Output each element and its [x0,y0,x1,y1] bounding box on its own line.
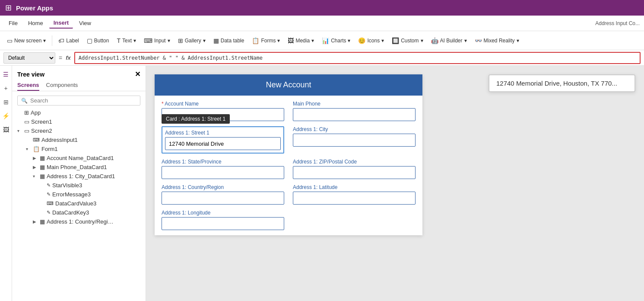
errormessage3-icon: ✎ [47,192,51,197]
sidebar-icon-add[interactable]: + [1,83,11,93]
data-table-button[interactable]: ▦ Data table [210,35,248,46]
tree-item-screen1[interactable]: ▭ Screen1 [12,117,146,126]
label-label: Label [66,38,79,44]
field-address-lon-input[interactable] [162,217,284,230]
field-main-phone-input[interactable] [293,108,416,121]
tree-item-address-country-datacard[interactable]: ▶ ▦ Address 1: Country/Region_DataCar... [12,217,146,226]
separator-1 [52,35,52,46]
field-address-lat-input[interactable] [293,192,416,205]
tree-item-app[interactable]: ⊞ App [12,108,146,117]
button-label: Button [94,38,109,44]
account-datacard-icon: ▦ [40,155,45,161]
field-address-lon: Address 1: Longitude [162,210,284,230]
app-node-label: App [31,109,140,116]
field-address-city-input[interactable] [293,134,416,147]
street-card-selected[interactable]: Address 1: Street 1 [162,126,284,154]
gallery-dropdown-icon: ▾ [203,38,206,44]
menu-insert[interactable]: Insert [49,18,73,29]
ai-builder-dropdown-icon: ▾ [464,38,467,44]
field-address-country-input[interactable] [162,192,284,205]
form-header: New Account [155,74,422,96]
gallery-button[interactable]: ⊞ Gallery ▾ [174,35,209,46]
screen2-node-icon: ▭ [24,128,29,134]
field-address-state: Address 1: State/Province [162,159,284,179]
card-tooltip: Card : Address 1: Street 1 [162,114,230,124]
mixed-reality-button[interactable]: 👓 Mixed Reality ▾ [471,35,523,46]
tree-item-addressinput1[interactable]: ⌨ AddressInput1 [12,135,146,144]
app-grid-icon[interactable]: ⊞ [5,3,12,13]
country-datacard-icon: ▦ [40,218,45,225]
input-dropdown-icon: ▾ [168,38,170,44]
field-address-zip: Address 1: ZIP/Postal Code [293,159,416,179]
sidebar-icon-media[interactable]: 🖼 [1,125,11,135]
custom-button[interactable]: 🔲 Custom ▾ [388,35,426,46]
screen2-node-label: Screen2 [31,128,140,134]
form-canvas: New Account Account Name Main Phone Card… [155,74,422,235]
text-label: Text [122,38,132,44]
city-datacard-label: Address 1: City_DataCard1 [47,173,140,179]
input-icon: ⌨ [144,37,152,44]
field-main-phone-label: Main Phone [293,101,416,107]
tab-screens[interactable]: Screens [17,80,39,91]
tree-item-starvisible3[interactable]: ✎ StarVisible3 [12,181,146,190]
mixed-reality-label: Mixed Reality [484,38,515,44]
label-button[interactable]: 🏷 Label [55,35,82,46]
tree-item-form1[interactable]: ▾ 📋 Form1 [12,144,146,154]
sidebar-icons: ☰ + ⊞ ⚡ 🖼 [0,66,12,301]
tab-components[interactable]: Components [46,80,78,91]
menu-view[interactable]: View [75,18,95,28]
errormessage3-label: ErrorMessage3 [52,191,140,198]
new-screen-label: New screen [14,38,41,44]
charts-button[interactable]: 📊 Charts ▾ [318,35,354,46]
ai-builder-label: AI Builder [440,38,463,44]
field-address-state-input[interactable] [162,166,284,179]
tree-item-main-phone-datacard[interactable]: ▶ ▦ Main Phone_DataCard1 [12,163,146,172]
datacardkey3-label: DataCardKey3 [52,209,140,216]
tree-header: Tree view ✕ [12,66,146,80]
property-dropdown[interactable]: Default [3,52,55,64]
field-address-street-input[interactable] [165,137,281,150]
expand-icon: ▶ [33,219,38,224]
media-label: Media [295,38,310,44]
menu-home[interactable]: Home [24,18,48,28]
tree-item-datacardkey3[interactable]: ✎ DataCardKey3 [12,208,146,217]
ai-builder-icon: 🤖 [431,37,438,44]
preview-box: 12740 Memorial Drive, Houston, TX 770... [489,74,635,92]
custom-dropdown-icon: ▾ [421,38,423,44]
input-button[interactable]: ⌨ Input ▾ [140,35,174,46]
sidebar-icon-variables[interactable]: ⚡ [1,111,11,121]
formula-bar: Default = fx [0,50,644,66]
gallery-icon: ⊞ [178,37,183,44]
screen1-node-label: Screen1 [31,118,140,125]
sidebar-icon-data[interactable]: ⊞ [1,97,11,107]
tree-search-box: 🔍 [17,96,140,106]
main-phone-datacard-label: Main Phone_DataCard1 [47,164,140,170]
tree-item-datacardvalue3[interactable]: ⌨ DataCardValue3 [12,199,146,208]
ai-builder-button[interactable]: 🤖 AI Builder ▾ [428,35,470,46]
new-screen-button[interactable]: ▭ New screen ▾ [3,35,49,46]
data-table-label: Data table [221,38,244,44]
menu-file[interactable]: File [4,18,22,28]
field-address-lon-label: Address 1: Longitude [162,210,284,216]
icons-button[interactable]: 😊 Icons ▾ [355,35,387,46]
button-button[interactable]: ▢ Button [83,35,113,46]
media-button[interactable]: 🖼 Media ▾ [284,35,317,46]
tree-item-account-name-datacard[interactable]: ▶ ▦ Account Name_DataCard1 [12,154,146,163]
country-datacard-label: Address 1: Country/Region_DataCar... [47,218,116,225]
sidebar-icon-layers[interactable]: ☰ [1,69,11,80]
search-icon: 🔍 [21,98,28,104]
mixed-reality-icon: 👓 [475,37,482,44]
tree-item-errormessage3[interactable]: ✎ ErrorMessage3 [12,190,146,199]
field-address-city: Address 1: City [293,126,416,154]
text-button[interactable]: T Text ▾ [113,35,140,46]
close-icon[interactable]: ✕ [135,70,140,78]
field-address-zip-input[interactable] [293,166,416,179]
tree-item-address-city-datacard[interactable]: ▾ ▦ Address 1: City_DataCard1 [12,172,146,181]
search-input[interactable] [30,97,136,104]
tree-item-screen2[interactable]: ▾ ▭ Screen2 [12,126,146,135]
forms-button[interactable]: 📋 Forms ▾ [248,35,283,46]
main-layout: ☰ + ⊞ ⚡ 🖼 Tree view ✕ Screens Components… [0,66,644,301]
formula-input[interactable] [74,52,641,64]
custom-icon: 🔲 [392,37,399,44]
field-main-phone: Main Phone [293,101,416,121]
